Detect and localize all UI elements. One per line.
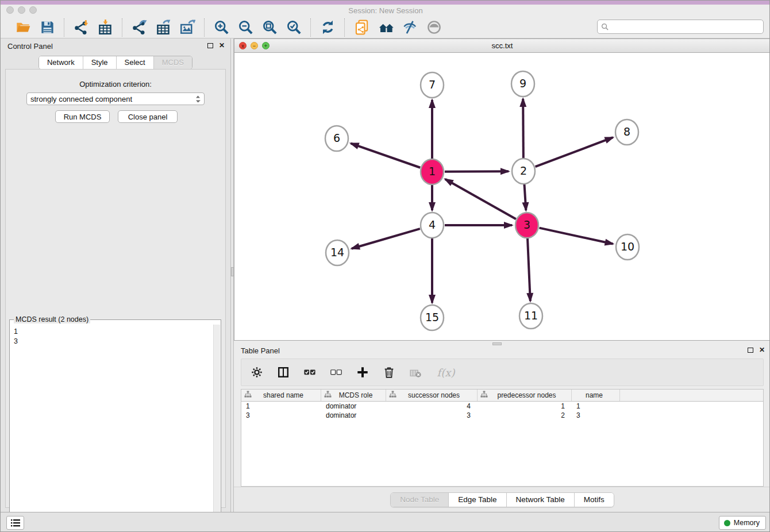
maximize-window-button[interactable]	[29, 6, 37, 14]
criterion-dropdown-value: strongly connected component	[30, 95, 195, 103]
edge-2-8[interactable]	[536, 137, 613, 167]
import-table-icon[interactable]	[97, 19, 114, 36]
search-input[interactable]	[611, 23, 760, 31]
close-panel-button[interactable]: Close panel	[118, 110, 178, 123]
add-column-icon[interactable]	[355, 365, 370, 380]
node-table[interactable]: shared nameMCDS rolesuccessor nodesprede…	[241, 389, 764, 487]
tab-motifs[interactable]: Motifs	[574, 493, 614, 507]
clone-network-icon[interactable]	[353, 19, 370, 36]
edge-2-3[interactable]	[524, 184, 526, 210]
tab-network[interactable]: Network	[39, 56, 83, 69]
network-window-titlebar[interactable]: x − + scc.txt	[234, 39, 770, 53]
zoom-selected-icon[interactable]	[285, 19, 302, 36]
export-table-icon[interactable]	[155, 19, 172, 36]
float-table-panel-icon[interactable]	[748, 348, 753, 353]
memory-button[interactable]: Memory	[719, 516, 766, 530]
zoom-fit-icon[interactable]	[261, 19, 278, 36]
save-session-icon[interactable]	[38, 19, 56, 36]
hierarchy-icon	[244, 391, 252, 400]
task-history-button[interactable]	[6, 516, 24, 530]
mcds-result-group: 13 MCDS result (2 nodes)	[9, 315, 221, 532]
graph-node-15[interactable]: 15	[421, 305, 444, 330]
table-tab-strip: Node TableEdge TableNetwork TableMotifs	[234, 487, 770, 512]
open-file-icon[interactable]	[14, 19, 32, 36]
table-panel-title: Table Panel	[241, 346, 280, 355]
edge-3-1[interactable]	[445, 179, 516, 219]
table-cell[interactable]: 1	[241, 402, 321, 411]
graph-node-2[interactable]: 2	[512, 159, 535, 184]
edge-1-2[interactable]	[445, 171, 509, 172]
search-box[interactable]	[597, 20, 764, 34]
close-table-panel-icon[interactable]: ✕	[759, 346, 765, 353]
delete-column-icon[interactable]	[382, 365, 396, 380]
import-network-icon[interactable]	[72, 19, 90, 36]
graph-node-7[interactable]: 7	[421, 72, 444, 98]
graph-node-11[interactable]: 11	[519, 303, 542, 329]
graph-node-8[interactable]: 8	[615, 119, 638, 145]
graph-node-3[interactable]: 3	[515, 213, 538, 238]
tab-node-table[interactable]: Node Table	[391, 493, 448, 507]
network-minimize-button[interactable]: −	[251, 42, 258, 49]
table-settings-icon[interactable]	[249, 365, 264, 380]
mcds-result-area[interactable]: 13	[9, 319, 221, 532]
edge-1-6[interactable]	[351, 144, 421, 168]
edge-2-9[interactable]	[523, 99, 523, 159]
run-mcds-button[interactable]: Run MCDS	[55, 110, 110, 123]
table-row[interactable]: 3dominator323	[241, 411, 763, 420]
table-cell[interactable]: 1	[572, 402, 620, 411]
tab-edge-table[interactable]: Edge Table	[448, 493, 506, 507]
result-scrollbar[interactable]	[213, 325, 220, 532]
float-panel-icon[interactable]	[207, 43, 213, 48]
close-window-button[interactable]	[6, 6, 14, 14]
show-all-icon[interactable]	[425, 19, 442, 36]
deselect-all-checkboxes-icon[interactable]	[329, 365, 344, 380]
table-cell[interactable]: 3	[241, 411, 321, 420]
table-cell[interactable]: 4	[386, 402, 478, 411]
criterion-dropdown[interactable]: strongly connected component	[26, 92, 205, 105]
table-cell[interactable]: 1	[478, 402, 572, 411]
show-columns-icon[interactable]	[276, 365, 291, 380]
column-label: MCDS role	[332, 391, 386, 399]
result-line: 1	[14, 327, 18, 337]
network-canvas[interactable]: 7968124314101511	[234, 53, 770, 340]
column-header-successor-nodes[interactable]: successor nodes	[386, 390, 478, 401]
table-cell[interactable]: 3	[572, 411, 620, 420]
column-header-MCDS-role[interactable]: MCDS role	[321, 390, 386, 401]
graph-node-14[interactable]: 14	[326, 240, 349, 265]
status-bar: Memory	[1, 512, 770, 532]
column-header-shared-name[interactable]: shared name	[241, 390, 321, 401]
minimize-window-button[interactable]	[18, 6, 25, 14]
graph-node-4[interactable]: 4	[421, 213, 444, 238]
graph-node-1[interactable]: 1	[421, 159, 444, 184]
tab-mcds[interactable]: MCDS	[153, 56, 192, 69]
export-network-icon[interactable]	[130, 19, 148, 36]
graph-node-6[interactable]: 6	[325, 126, 348, 151]
column-header-predecessor-nodes[interactable]: predecessor nodes	[478, 390, 572, 401]
tab-network-table[interactable]: Network Table	[506, 493, 574, 507]
horizontal-divider-grip[interactable]	[492, 342, 502, 345]
select-all-checkboxes-icon[interactable]	[302, 365, 317, 380]
table-cell[interactable]: 2	[478, 411, 572, 420]
graph-node-9[interactable]: 9	[511, 71, 534, 97]
edge-4-14[interactable]	[352, 229, 420, 249]
zoom-out-icon[interactable]	[237, 19, 254, 36]
tab-select[interactable]: Select	[116, 56, 153, 69]
network-zoom-button[interactable]: +	[262, 42, 270, 49]
table-row[interactable]: 1dominator411	[241, 402, 763, 411]
edge-3-10[interactable]	[539, 228, 613, 244]
export-image-icon[interactable]	[179, 19, 196, 36]
control-panel-title: Control Panel	[7, 42, 53, 51]
close-panel-icon[interactable]: ✕	[219, 42, 225, 49]
edge-3-11[interactable]	[528, 238, 530, 301]
tab-style[interactable]: Style	[83, 56, 116, 69]
table-cell[interactable]: dominator	[321, 402, 386, 411]
graph-node-10[interactable]: 10	[616, 234, 639, 260]
refresh-layout-icon[interactable]	[319, 19, 336, 36]
hide-selected-icon[interactable]	[401, 19, 418, 36]
zoom-in-icon[interactable]	[213, 19, 230, 36]
table-cell[interactable]: dominator	[321, 411, 386, 420]
column-header-name[interactable]: name	[572, 390, 620, 401]
first-neighbors-icon[interactable]	[377, 19, 394, 36]
table-cell[interactable]: 3	[386, 411, 478, 420]
network-close-button[interactable]: x	[239, 42, 247, 49]
